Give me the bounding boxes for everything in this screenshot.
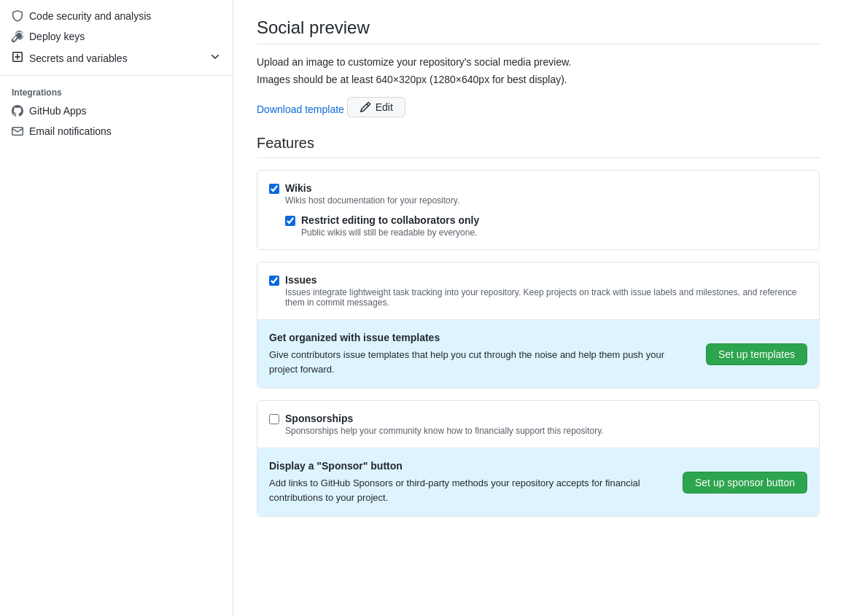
set-up-templates-button[interactable]: Set up templates: [706, 343, 807, 365]
pencil-icon: [360, 101, 371, 113]
plus-square-icon: [12, 51, 23, 65]
restrict-editing-checkbox[interactable]: [285, 216, 295, 226]
sponsorships-callout-description: Add links to GitHub Sponsors or third-pa…: [269, 476, 671, 504]
main-content: Social preview Upload an image to custom…: [233, 0, 843, 616]
download-template-link[interactable]: Download template: [257, 104, 344, 115]
sponsorships-callout-content: Display a "Sponsor" button Add links to …: [269, 460, 671, 504]
sidebar-item-email-notifications[interactable]: Email notifications: [0, 121, 233, 141]
sponsorships-description: Sponsorships help your community know ho…: [285, 426, 604, 436]
edit-button-label: Edit: [376, 101, 393, 113]
sponsorships-callout: Display a "Sponsor" button Add links to …: [257, 448, 819, 516]
social-preview-description: Upload an image to customize your reposi…: [257, 56, 820, 68]
issues-label: Issues: [285, 274, 807, 286]
mail-icon: [12, 125, 23, 137]
sidebar-item-code-security[interactable]: Code security and analysis: [0, 6, 233, 26]
sponsorships-checkbox-row: Sponsorships Sponsorships help your comm…: [269, 413, 807, 436]
sidebar-item-label-deploy-keys: Deploy keys: [29, 31, 85, 42]
sidebar: Code security and analysis Deploy keys S…: [0, 0, 233, 616]
features-divider: [257, 157, 820, 158]
issues-feature-row: Issues Issues integrate lightweight task…: [257, 262, 820, 389]
features-title: Features: [257, 135, 820, 152]
issues-callout-title: Get organized with issue templates: [269, 332, 694, 343]
key-icon: [12, 31, 23, 42]
issues-main: Issues Issues integrate lightweight task…: [257, 262, 819, 319]
social-preview-subdesc: Images should be at least 640×320px (128…: [257, 74, 820, 85]
restrict-editing-description: Public wikis will still be readable by e…: [301, 227, 479, 238]
wikis-checkbox[interactable]: [269, 184, 279, 194]
sidebar-item-deploy-keys[interactable]: Deploy keys: [0, 26, 233, 47]
chevron-down-icon: [209, 51, 221, 65]
wikis-feature-row: Wikis Wikis host documentation for your …: [257, 170, 820, 250]
sidebar-item-secrets-variables[interactable]: Secrets and variables: [0, 47, 233, 69]
issues-callout-content: Get organized with issue templates Give …: [269, 332, 694, 376]
wikis-label: Wikis: [285, 182, 459, 194]
restrict-editing-row: Restrict editing to collaborators only P…: [285, 214, 807, 238]
sponsorships-main: Sponsorships Sponsorships help your comm…: [257, 401, 819, 448]
restrict-editing-label: Restrict editing to collaborators only: [301, 214, 479, 226]
issues-callout: Get organized with issue templates Give …: [257, 319, 819, 388]
sidebar-section-integrations: Integrations: [0, 82, 233, 101]
wikis-main: Wikis Wikis host documentation for your …: [257, 171, 819, 249]
edit-button[interactable]: Edit: [347, 97, 405, 117]
sponsorships-feature-row: Sponsorships Sponsorships help your comm…: [257, 400, 820, 517]
social-preview-title: Social preview: [257, 17, 820, 38]
sidebar-item-github-apps[interactable]: GitHub Apps: [0, 101, 233, 121]
sponsorships-callout-title: Display a "Sponsor" button: [269, 460, 671, 472]
sponsorships-checkbox[interactable]: [269, 414, 279, 424]
shield-icon: [12, 10, 23, 22]
set-up-sponsor-button-button[interactable]: Set up sponsor button: [683, 472, 807, 494]
sidebar-item-label-code-security: Code security and analysis: [29, 10, 151, 22]
issues-callout-description: Give contributors issue templates that h…: [269, 348, 694, 376]
social-preview-divider: [257, 44, 820, 44]
wikis-checkbox-row: Wikis Wikis host documentation for your …: [269, 182, 807, 206]
sidebar-divider: [0, 75, 233, 76]
sidebar-item-label-secrets: Secrets and variables: [29, 52, 128, 64]
wikis-description: Wikis host documentation for your reposi…: [285, 195, 459, 206]
sidebar-item-label-github-apps: GitHub Apps: [29, 105, 87, 117]
sidebar-item-label-email-notifications: Email notifications: [29, 125, 112, 137]
issues-description: Issues integrate lightweight task tracki…: [285, 287, 807, 308]
issues-checkbox-row: Issues Issues integrate lightweight task…: [269, 274, 807, 308]
github-icon: [12, 105, 23, 117]
sponsorships-label: Sponsorships: [285, 413, 604, 424]
issues-checkbox[interactable]: [269, 276, 279, 286]
